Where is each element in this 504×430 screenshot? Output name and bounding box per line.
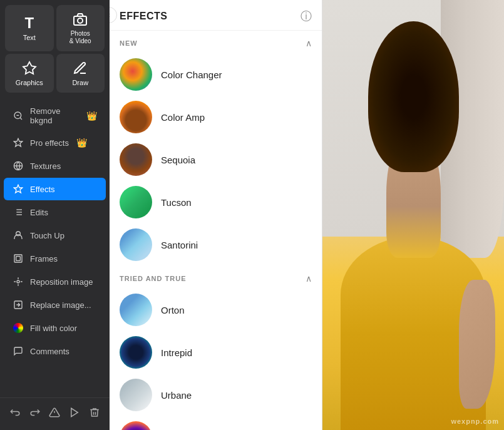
color-changer-name: Color Changer <box>161 69 222 80</box>
new-section-header[interactable]: NEW ∧ <box>110 31 322 53</box>
draw-button[interactable]: Draw <box>56 54 105 93</box>
sequoia-name: Sequoia <box>161 155 195 165</box>
photos-tool-label: Photos& Video <box>69 30 91 45</box>
graphics-button[interactable]: Graphics <box>5 54 54 93</box>
text-icon: T <box>21 15 38 31</box>
effect-dusk[interactable]: Dusk <box>110 416 322 430</box>
svg-marker-9 <box>14 185 22 193</box>
sidebar-item-reposition[interactable]: Reposition image <box>4 270 106 293</box>
orton-name: Orton <box>161 305 185 315</box>
sidebar-item-touch-up[interactable]: Touch Up <box>4 224 106 247</box>
replace-label: Replace image... <box>30 300 91 310</box>
textures-icon <box>13 160 24 171</box>
frames-label: Frames <box>30 254 58 264</box>
sidebar-item-effects[interactable]: Effects <box>4 178 106 200</box>
text-tool-button[interactable]: T Text <box>5 5 54 51</box>
watermark-text: wexpnp.com <box>451 417 499 425</box>
color-amp-thumbnail <box>120 101 152 133</box>
svg-line-4 <box>20 118 22 120</box>
fill-color-icon <box>13 322 24 334</box>
pro-effects-label: Pro effects <box>30 138 69 148</box>
santorini-thumbnail <box>120 228 152 261</box>
play-button[interactable] <box>66 404 83 424</box>
crown-icon-remove: 👑 <box>86 111 97 121</box>
intrepid-name: Intrepid <box>161 347 192 358</box>
tried-true-chevron: ∧ <box>306 274 312 284</box>
effect-color-amp[interactable]: Color Amp <box>110 96 322 138</box>
sequoia-thumbnail <box>120 143 152 176</box>
reposition-label: Reposition image <box>30 277 93 287</box>
panel-title: EFFECTS <box>120 11 167 22</box>
sidebar-item-pro-effects[interactable]: Pro effects 👑 <box>4 131 106 154</box>
pro-effects-icon <box>13 137 24 148</box>
svg-marker-6 <box>14 138 22 146</box>
replace-icon <box>13 299 24 310</box>
edits-label: Edits <box>30 208 48 217</box>
color-amp-name: Color Amp <box>161 112 205 123</box>
sidebar-item-edits[interactable]: Edits <box>4 201 106 223</box>
svg-rect-18 <box>16 257 21 261</box>
reposition-icon <box>13 276 24 287</box>
tool-icons-grid: T Text Photos& Video Graphics <box>0 0 110 98</box>
urbane-thumbnail <box>120 379 152 411</box>
effect-orton[interactable]: Orton <box>110 289 322 331</box>
redo-button[interactable] <box>27 404 43 424</box>
undo-button[interactable] <box>7 404 23 424</box>
effects-panel: EFFECTS ⓘ ‹ NEW ∧ Color Changer Color Am… <box>110 0 322 430</box>
touch-up-label: Touch Up <box>30 231 64 240</box>
draw-tool-label: Draw <box>72 79 88 86</box>
tried-true-section-label: TRIED AND TRUE <box>120 275 186 282</box>
touch-up-icon <box>13 230 24 241</box>
text-tool-label: Text <box>23 34 36 41</box>
remove-bkgnd-label: Remove bkgnd <box>30 106 79 125</box>
orton-thumbnail <box>120 294 152 326</box>
graphics-icon <box>21 60 38 76</box>
draw-icon <box>72 60 88 76</box>
sidebar-item-replace[interactable]: Replace image... <box>4 294 106 316</box>
info-button[interactable]: ⓘ <box>301 9 312 24</box>
tried-true-section-header[interactable]: TRIED AND TRUE ∧ <box>110 266 322 289</box>
svg-marker-2 <box>23 62 36 74</box>
comments-label: Comments <box>30 347 69 356</box>
remove-bkgnd-icon <box>13 110 24 121</box>
sidebar-item-textures[interactable]: Textures <box>4 155 106 177</box>
urbane-name: Urbane <box>161 390 192 401</box>
left-toolbar: T Text Photos& Video Graphics <box>0 0 110 430</box>
svg-point-1 <box>78 18 83 23</box>
effects-label: Effects <box>30 185 55 194</box>
effect-urbane[interactable]: Urbane <box>110 374 322 416</box>
svg-marker-23 <box>71 408 78 417</box>
canvas-photo: wexpnp.com <box>322 0 504 430</box>
intrepid-thumbnail <box>120 336 152 369</box>
warning-button[interactable] <box>46 404 63 424</box>
delete-button[interactable] <box>86 404 103 424</box>
effect-tucson[interactable]: Tucson <box>110 181 322 223</box>
svg-point-19 <box>17 280 19 283</box>
collapse-panel-button[interactable]: ‹ <box>110 7 117 23</box>
effect-color-changer[interactable]: Color Changer <box>110 53 322 96</box>
effects-icon <box>13 183 24 195</box>
svg-rect-17 <box>14 255 22 262</box>
color-changer-thumbnail <box>120 58 152 91</box>
frames-icon <box>13 253 24 264</box>
sidebar-item-comments[interactable]: Comments <box>4 340 106 362</box>
effect-santorini[interactable]: Santorini <box>110 223 322 266</box>
sidebar-item-frames[interactable]: Frames <box>4 247 106 270</box>
effect-sequoia[interactable]: Sequoia <box>110 138 322 181</box>
panel-header: EFFECTS ⓘ ‹ <box>110 0 322 31</box>
new-section-chevron: ∧ <box>306 38 312 48</box>
tucson-thumbnail <box>120 186 152 218</box>
santorini-name: Santorini <box>161 240 198 250</box>
photos-video-button[interactable]: Photos& Video <box>56 5 105 51</box>
edits-icon <box>13 207 24 218</box>
main-image-area: wexpnp.com <box>322 0 504 430</box>
tucson-name: Tucson <box>161 197 192 208</box>
camera-icon <box>72 11 88 28</box>
crown-icon-pro: 👑 <box>76 138 87 148</box>
sidebar-item-fill-color[interactable]: Fill with color <box>4 317 106 339</box>
graphics-tool-label: Graphics <box>16 79 43 86</box>
effect-intrepid[interactable]: Intrepid <box>110 331 322 374</box>
bottom-toolbar <box>0 397 110 430</box>
sidebar-item-remove-bkgnd[interactable]: Remove bkgnd 👑 <box>4 101 106 131</box>
new-section-label: NEW <box>120 39 138 47</box>
